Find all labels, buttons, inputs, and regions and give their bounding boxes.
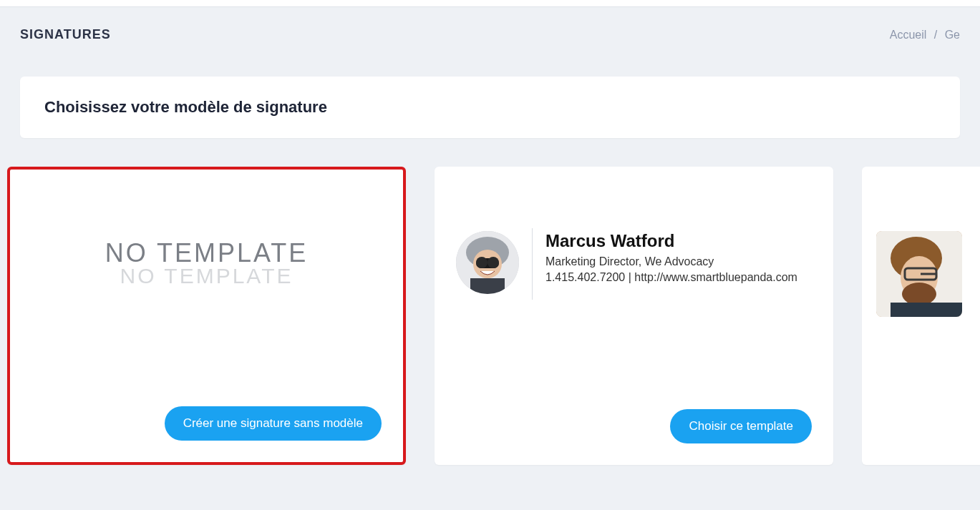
breadcrumb-current: Ge — [945, 29, 960, 41]
template-card-no-template[interactable]: NO TEMPLATE NO TEMPLATE Créer une signat… — [7, 167, 406, 465]
svg-point-14 — [902, 283, 936, 305]
signature-contact-line: 1.415.402.7200 | http://www.smartbluepan… — [545, 271, 812, 284]
template-card-third[interactable] — [862, 167, 980, 465]
signature-title-line: Marketing Director, We Advocacy — [545, 255, 812, 268]
create-no-template-button[interactable]: Créer une signature sans modèle — [165, 406, 382, 441]
signature-preview: Marcus Watford Marketing Director, We Ad… — [435, 167, 833, 300]
svg-point-5 — [476, 257, 487, 268]
svg-point-6 — [487, 257, 499, 268]
signature-preview-third — [862, 167, 980, 317]
template-card-marcus[interactable]: Marcus Watford Marketing Director, We Ad… — [435, 167, 833, 465]
breadcrumb-home-link[interactable]: Accueil — [890, 29, 927, 41]
no-template-reflection: NO TEMPLATE — [10, 264, 403, 288]
choose-template-button[interactable]: Choisir ce template — [670, 409, 812, 443]
signature-name: Marcus Watford — [545, 231, 812, 251]
panel-title: Choisissez votre modèle de signature — [44, 98, 936, 117]
signature-text: Marcus Watford Marketing Director, We Ad… — [545, 231, 812, 287]
template-cards-row: NO TEMPLATE NO TEMPLATE Créer une signat… — [0, 138, 980, 465]
signature-divider — [532, 228, 533, 300]
header-row: SIGNATURES Accueil / Ge — [0, 7, 980, 42]
svg-rect-7 — [470, 278, 505, 294]
breadcrumb: Accueil / Ge — [890, 29, 960, 41]
avatar — [876, 231, 962, 317]
panel-header: Choisissez votre modèle de signature — [20, 77, 960, 138]
page-title: SIGNATURES — [20, 27, 111, 42]
top-bar — [0, 0, 980, 7]
svg-rect-15 — [891, 303, 962, 317]
breadcrumb-separator: / — [934, 29, 937, 41]
avatar — [456, 231, 519, 294]
no-template-graphic: NO TEMPLATE NO TEMPLATE — [10, 170, 403, 288]
